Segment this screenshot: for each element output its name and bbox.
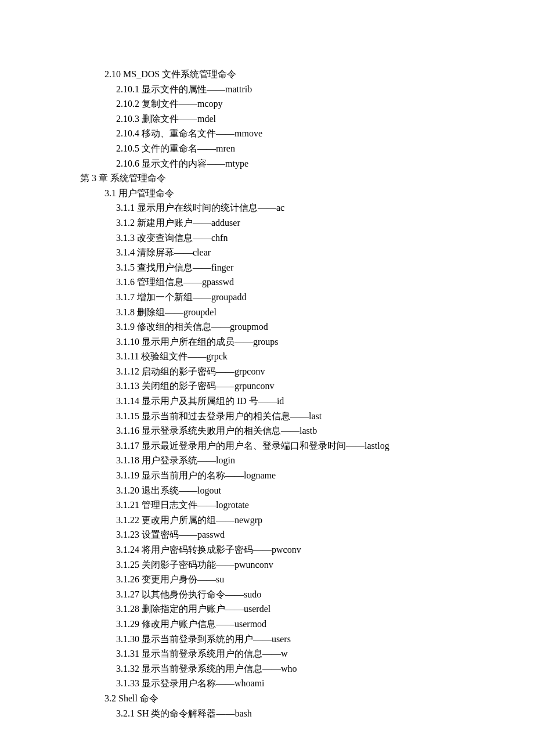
toc-entry: 3.1.14 显示用户及其所属组的 ID 号——id — [116, 394, 488, 409]
toc-entry: 3.1.25 关闭影子密码功能——pwunconv — [116, 557, 488, 573]
toc-entry: 3.1.31 显示当前登录系统用户的信息——w — [116, 646, 488, 661]
toc-entry: 3.1.8 删除组——groupdel — [116, 305, 488, 320]
toc-entry: 3.1.19 显示当前用户的名称——logname — [116, 468, 488, 483]
toc-entry: 3.1.21 管理日志文件——logrotate — [116, 498, 488, 513]
toc-entry: 3.1.20 退出系统——logout — [116, 483, 488, 498]
toc-entry: 3.1.11 校验组文件——grpck — [116, 349, 488, 364]
toc-entry: 3.1.29 修改用户账户信息——usermod — [116, 617, 488, 632]
toc-entry: 3.1.28 删除指定的用户账户——userdel — [116, 602, 488, 617]
toc-entry: 3.1.15 显示当前和过去登录用户的相关信息——last — [116, 409, 488, 424]
toc-entry: 3.1.7 增加一个新组——groupadd — [116, 290, 488, 305]
toc-entry: 3.1.10 显示用户所在组的成员——groups — [116, 334, 488, 350]
toc-entry: 3.1.32 显示当前登录系统的用户信息——who — [116, 661, 488, 676]
toc-entry: 3.1.22 更改用户所属的组——newgrp — [116, 513, 488, 528]
toc-entry: 3.1.12 启动组的影子密码——grpconv — [116, 364, 488, 379]
toc-entry: 3.2.1 SH 类的命令解释器——bash — [116, 706, 488, 721]
toc-entry: 第 3 章 系统管理命令 — [80, 171, 488, 186]
toc-entry: 2.10.4 移动、重命名文件——mmove — [116, 126, 488, 141]
toc-entry: 2.10.3 删除文件——mdel — [116, 111, 488, 127]
toc-entry: 3.1.3 改变查询信息——chfn — [116, 231, 488, 246]
toc-entry: 3.1.9 修改组的相关信息——groupmod — [116, 319, 488, 334]
toc-entry: 2.10.2 复制文件——mcopy — [116, 96, 488, 111]
toc-entry: 3.1.2 新建用户账户——adduser — [116, 215, 488, 231]
toc-entry: 3.1.24 将用户密码转换成影子密码——pwconv — [116, 542, 488, 557]
toc-entry: 3.2 Shell 命令 — [104, 691, 488, 706]
toc-entry: 3.1.26 变更用户身份——su — [116, 572, 488, 587]
toc-entry: 3.1 用户管理命令 — [104, 186, 488, 201]
toc-entry: 2.10 MS_DOS 文件系统管理命令 — [104, 67, 488, 82]
toc-entry: 3.1.1 显示用户在线时间的统计信息——ac — [116, 200, 488, 215]
toc-entry: 2.10.5 文件的重命名——mren — [116, 141, 488, 156]
toc-entry: 3.1.23 设置密码——passwd — [116, 527, 488, 542]
toc-entry: 3.1.4 清除屏幕——clear — [116, 245, 488, 260]
toc-entry: 3.1.18 用户登录系统——login — [116, 453, 488, 468]
toc-entry: 3.1.16 显示登录系统失败用户的相关信息——lastb — [116, 423, 488, 438]
table-of-contents: 2.10 MS_DOS 文件系统管理命令2.10.1 显示文件的属性——matt… — [80, 67, 488, 721]
toc-entry: 2.10.6 显示文件的内容——mtype — [116, 156, 488, 171]
toc-entry: 3.1.13 关闭组的影子密码——grpunconv — [116, 379, 488, 394]
toc-entry: 3.1.33 显示登录用户名称——whoami — [116, 676, 488, 691]
toc-entry: 3.1.30 显示当前登录到系统的用户——users — [116, 632, 488, 647]
toc-entry: 3.1.5 查找用户信息——finger — [116, 260, 488, 275]
toc-entry: 2.10.1 显示文件的属性——mattrib — [116, 82, 488, 97]
toc-entry: 3.1.17 显示最近登录用户的用户名、登录端口和登录时间——lastlog — [116, 438, 488, 453]
toc-entry: 3.1.6 管理组信息——gpasswd — [116, 275, 488, 290]
toc-entry: 3.1.27 以其他身份执行命令——sudo — [116, 587, 488, 602]
